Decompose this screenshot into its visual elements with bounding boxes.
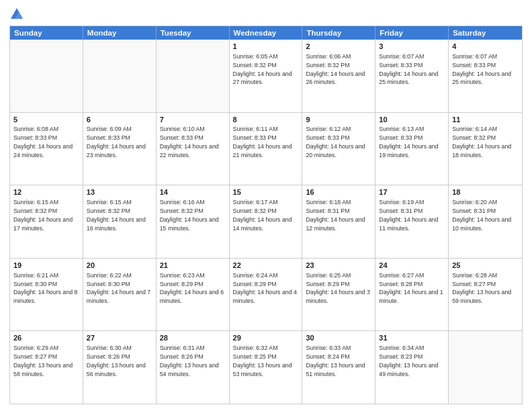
calendar-header-cell: Tuesday xyxy=(157,26,230,40)
day-number: 12 xyxy=(13,187,79,197)
day-number: 27 xyxy=(87,333,152,343)
calendar-cell: 17Sunrise: 6:19 AMSunset: 8:31 PMDayligh… xyxy=(375,185,449,258)
cell-text: Sunrise: 6:14 AMSunset: 8:32 PMDaylight:… xyxy=(452,126,511,158)
calendar-cell: 19Sunrise: 6:21 AMSunset: 8:30 PMDayligh… xyxy=(10,259,83,331)
cell-text: Sunrise: 6:17 AMSunset: 8:32 PMDaylight:… xyxy=(233,199,292,232)
calendar-cell: 27Sunrise: 6:30 AMSunset: 8:26 PMDayligh… xyxy=(83,331,157,404)
day-number: 31 xyxy=(379,333,445,343)
calendar-cell: 11Sunrise: 6:14 AMSunset: 8:32 PMDayligh… xyxy=(449,113,522,185)
calendar-cell xyxy=(157,40,230,112)
calendar-header-cell: Sunday xyxy=(10,26,83,40)
cell-text: Sunrise: 6:13 AMSunset: 8:33 PMDaylight:… xyxy=(379,126,438,158)
calendar-cell: 1Sunrise: 6:05 AMSunset: 8:32 PMDaylight… xyxy=(230,40,303,112)
calendar-cell: 26Sunrise: 6:29 AMSunset: 8:27 PMDayligh… xyxy=(10,331,83,404)
calendar-cell: 20Sunrise: 6:22 AMSunset: 8:30 PMDayligh… xyxy=(83,259,157,331)
calendar-cell: 5Sunrise: 6:08 AMSunset: 8:33 PMDaylight… xyxy=(10,113,83,185)
calendar-cell: 9Sunrise: 6:12 AMSunset: 8:33 PMDaylight… xyxy=(302,113,375,185)
day-number: 7 xyxy=(160,115,226,125)
logo xyxy=(9,7,26,21)
calendar-cell: 12Sunrise: 6:15 AMSunset: 8:32 PMDayligh… xyxy=(10,185,83,258)
cell-text: Sunrise: 6:25 AMSunset: 8:29 PMDaylight:… xyxy=(306,272,369,305)
calendar-cell: 15Sunrise: 6:17 AMSunset: 8:32 PMDayligh… xyxy=(230,185,303,258)
cell-text: Sunrise: 6:22 AMSunset: 8:30 PMDaylight:… xyxy=(87,272,150,305)
cell-text: Sunrise: 6:27 AMSunset: 8:28 PMDaylight:… xyxy=(379,272,443,305)
calendar-body: 1Sunrise: 6:05 AMSunset: 8:32 PMDaylight… xyxy=(10,40,522,404)
calendar-cell: 29Sunrise: 6:32 AMSunset: 8:25 PMDayligh… xyxy=(230,331,303,404)
calendar-cell xyxy=(10,40,83,112)
cell-text: Sunrise: 6:20 AMSunset: 8:31 PMDaylight:… xyxy=(452,199,511,232)
cell-text: Sunrise: 6:07 AMSunset: 8:33 PMDaylight:… xyxy=(379,53,438,86)
cell-text: Sunrise: 6:07 AMSunset: 8:33 PMDaylight:… xyxy=(452,53,511,86)
cell-text: Sunrise: 6:19 AMSunset: 8:31 PMDaylight:… xyxy=(379,199,438,232)
calendar-cell: 6Sunrise: 6:09 AMSunset: 8:33 PMDaylight… xyxy=(83,113,157,185)
calendar-cell: 22Sunrise: 6:24 AMSunset: 8:29 PMDayligh… xyxy=(230,259,303,331)
calendar-row: 12Sunrise: 6:15 AMSunset: 8:32 PMDayligh… xyxy=(10,185,522,259)
calendar-cell: 31Sunrise: 6:34 AMSunset: 8:23 PMDayligh… xyxy=(375,331,449,404)
cell-text: Sunrise: 6:23 AMSunset: 8:29 PMDaylight:… xyxy=(160,272,224,305)
day-number: 20 xyxy=(87,261,152,271)
calendar-row: 5Sunrise: 6:08 AMSunset: 8:33 PMDaylight… xyxy=(10,113,522,186)
cell-text: Sunrise: 6:34 AMSunset: 8:23 PMDaylight:… xyxy=(379,345,438,377)
page: SundayMondayTuesdayWednesdayThursdayFrid… xyxy=(0,0,532,411)
calendar-cell: 25Sunrise: 6:28 AMSunset: 8:27 PMDayligh… xyxy=(449,259,522,331)
calendar-cell xyxy=(83,40,157,112)
cell-text: Sunrise: 6:30 AMSunset: 8:26 PMDaylight:… xyxy=(87,345,146,377)
calendar-cell: 8Sunrise: 6:11 AMSunset: 8:33 PMDaylight… xyxy=(230,113,303,185)
calendar-header: SundayMondayTuesdayWednesdayThursdayFrid… xyxy=(10,26,522,40)
calendar-cell: 23Sunrise: 6:25 AMSunset: 8:29 PMDayligh… xyxy=(302,259,375,331)
cell-text: Sunrise: 6:05 AMSunset: 8:32 PMDaylight:… xyxy=(233,53,292,86)
day-number: 9 xyxy=(306,115,371,125)
day-number: 30 xyxy=(306,333,371,343)
calendar-row: 26Sunrise: 6:29 AMSunset: 8:27 PMDayligh… xyxy=(10,331,522,404)
day-number: 15 xyxy=(233,187,299,197)
cell-text: Sunrise: 6:15 AMSunset: 8:32 PMDaylight:… xyxy=(13,199,73,232)
calendar-cell: 24Sunrise: 6:27 AMSunset: 8:28 PMDayligh… xyxy=(375,259,449,331)
day-number: 10 xyxy=(379,115,445,125)
calendar-cell: 14Sunrise: 6:16 AMSunset: 8:32 PMDayligh… xyxy=(157,185,230,258)
calendar: SundayMondayTuesdayWednesdayThursdayFrid… xyxy=(9,26,523,404)
calendar-header-cell: Wednesday xyxy=(230,26,303,40)
calendar-cell: 28Sunrise: 6:31 AMSunset: 8:26 PMDayligh… xyxy=(157,331,230,404)
day-number: 3 xyxy=(379,42,445,52)
cell-text: Sunrise: 6:08 AMSunset: 8:33 PMDaylight:… xyxy=(13,126,73,158)
calendar-cell: 13Sunrise: 6:15 AMSunset: 8:32 PMDayligh… xyxy=(83,185,157,258)
day-number: 8 xyxy=(233,115,299,125)
calendar-cell: 2Sunrise: 6:06 AMSunset: 8:32 PMDaylight… xyxy=(302,40,375,112)
cell-text: Sunrise: 6:16 AMSunset: 8:32 PMDaylight:… xyxy=(160,199,219,232)
day-number: 24 xyxy=(379,261,445,271)
calendar-cell xyxy=(449,331,522,404)
day-number: 17 xyxy=(379,187,445,197)
day-number: 4 xyxy=(452,42,519,52)
cell-text: Sunrise: 6:12 AMSunset: 8:33 PMDaylight:… xyxy=(306,126,365,158)
calendar-header-cell: Friday xyxy=(375,26,449,40)
day-number: 21 xyxy=(160,261,226,271)
calendar-cell: 16Sunrise: 6:18 AMSunset: 8:31 PMDayligh… xyxy=(302,185,375,258)
cell-text: Sunrise: 6:09 AMSunset: 8:33 PMDaylight:… xyxy=(87,126,146,158)
calendar-cell: 4Sunrise: 6:07 AMSunset: 8:33 PMDaylight… xyxy=(449,40,522,112)
cell-text: Sunrise: 6:10 AMSunset: 8:33 PMDaylight:… xyxy=(160,126,219,158)
calendar-cell: 18Sunrise: 6:20 AMSunset: 8:31 PMDayligh… xyxy=(449,185,522,258)
calendar-cell: 10Sunrise: 6:13 AMSunset: 8:33 PMDayligh… xyxy=(375,113,449,185)
cell-text: Sunrise: 6:06 AMSunset: 8:32 PMDaylight:… xyxy=(306,53,365,86)
day-number: 22 xyxy=(233,261,299,271)
calendar-header-cell: Monday xyxy=(83,26,157,40)
calendar-cell: 30Sunrise: 6:33 AMSunset: 8:24 PMDayligh… xyxy=(302,331,375,404)
day-number: 2 xyxy=(306,42,371,52)
cell-text: Sunrise: 6:32 AMSunset: 8:25 PMDaylight:… xyxy=(233,345,292,377)
cell-text: Sunrise: 6:11 AMSunset: 8:33 PMDaylight:… xyxy=(233,126,292,158)
calendar-cell: 7Sunrise: 6:10 AMSunset: 8:33 PMDaylight… xyxy=(157,113,230,185)
day-number: 29 xyxy=(233,333,299,343)
day-number: 6 xyxy=(87,115,152,125)
cell-text: Sunrise: 6:31 AMSunset: 8:26 PMDaylight:… xyxy=(160,345,219,377)
cell-text: Sunrise: 6:18 AMSunset: 8:31 PMDaylight:… xyxy=(306,199,365,232)
cell-text: Sunrise: 6:24 AMSunset: 8:29 PMDaylight:… xyxy=(233,272,297,305)
calendar-cell: 3Sunrise: 6:07 AMSunset: 8:33 PMDaylight… xyxy=(375,40,449,112)
day-number: 11 xyxy=(452,115,519,125)
calendar-header-cell: Thursday xyxy=(302,26,375,40)
calendar-header-cell: Saturday xyxy=(449,26,522,40)
day-number: 1 xyxy=(233,42,299,52)
cell-text: Sunrise: 6:33 AMSunset: 8:24 PMDaylight:… xyxy=(306,345,365,377)
day-number: 13 xyxy=(87,187,152,197)
cell-text: Sunrise: 6:15 AMSunset: 8:32 PMDaylight:… xyxy=(87,199,146,232)
calendar-row: 19Sunrise: 6:21 AMSunset: 8:30 PMDayligh… xyxy=(10,259,522,332)
